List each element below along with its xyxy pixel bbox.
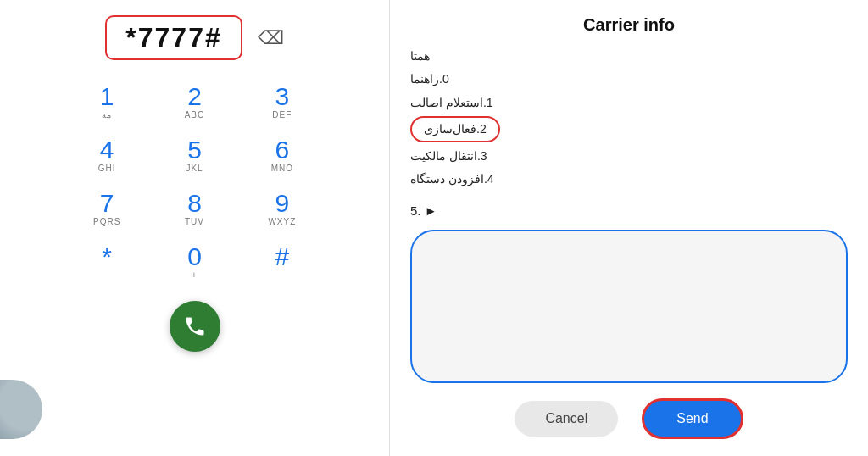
backspace-button[interactable]: ⌫ xyxy=(258,27,284,49)
dial-key-1[interactable]: 1 مه xyxy=(76,79,138,125)
dial-key-8[interactable]: 8 TUV xyxy=(164,186,225,232)
send-button[interactable]: Send xyxy=(642,398,743,439)
carrier-menu-item-1: 1.استعلام اصالت xyxy=(410,93,493,112)
dial-grid: 1 مه 2 ABC 3 DEF 4 GHI 5 JKL 6 MNO 7 PQR… xyxy=(76,79,314,286)
dial-num-6: 6 xyxy=(275,136,289,164)
dial-key-hash[interactable]: # xyxy=(251,239,313,286)
dial-key-7[interactable]: 7 PQRS xyxy=(76,186,138,232)
carrier-buttons: Cancel Send xyxy=(410,398,848,439)
dial-num-2: 2 xyxy=(187,82,202,110)
dial-num-star: * xyxy=(102,242,112,270)
carrier-panel: Carrier info همتا 0.راهنما 1.استعلام اصا… xyxy=(390,0,868,456)
carrier-menu-item-4: 4.افزودن دستگاه xyxy=(410,170,494,188)
dial-sub-3: DEF xyxy=(272,110,292,122)
dial-sub-1: مه xyxy=(102,110,112,122)
carrier-title: Carrier info xyxy=(410,15,848,35)
dial-key-5[interactable]: 5 JKL xyxy=(164,132,225,179)
dial-sub-8: TUV xyxy=(185,217,204,229)
dial-num-hash: # xyxy=(275,242,289,270)
dial-num-5: 5 xyxy=(187,136,202,164)
call-button[interactable] xyxy=(170,301,220,352)
carrier-prompt-label: 5. ► xyxy=(410,203,437,218)
dial-sub-9: WXYZ xyxy=(268,217,296,229)
dial-num-0: 0 xyxy=(187,242,202,270)
dial-num-4: 4 xyxy=(100,136,114,164)
dial-key-6[interactable]: 6 MNO xyxy=(251,132,313,179)
dial-num-3: 3 xyxy=(275,82,289,110)
carrier-menu-item-2: 2.فعال‌سازی xyxy=(410,116,500,142)
carrier-menu-item-3: 3.انتقال مالکیت xyxy=(410,147,487,165)
dialer-panel: *7777# ⌫ 1 مه 2 ABC 3 DEF 4 GHI 5 JKL 6 … xyxy=(0,0,390,456)
dial-sub-4: GHI xyxy=(98,164,116,175)
dial-sub-0: + xyxy=(192,270,198,282)
dial-key-star[interactable]: * xyxy=(76,239,138,286)
dialer-display-row: *7777# ⌫ xyxy=(17,15,372,60)
avatar-partial xyxy=(0,380,42,439)
phone-icon xyxy=(183,314,207,338)
carrier-menu-item-0: 0.راهنما xyxy=(410,70,449,88)
dial-num-7: 7 xyxy=(100,189,114,217)
dial-num-1: 1 xyxy=(100,82,114,110)
cancel-button[interactable]: Cancel xyxy=(515,401,618,437)
dial-num-8: 8 xyxy=(187,189,202,217)
carrier-menu: همتا 0.راهنما 1.استعلام اصالت 2.فعال‌ساز… xyxy=(410,47,848,188)
dial-sub-5: JKL xyxy=(186,164,203,175)
dial-key-3[interactable]: 3 DEF xyxy=(251,79,313,125)
carrier-input[interactable] xyxy=(410,230,848,383)
dial-num-9: 9 xyxy=(275,189,289,217)
dial-key-0[interactable]: 0 + xyxy=(164,239,225,286)
dial-sub-7: PQRS xyxy=(93,217,120,229)
dial-sub-2: ABC xyxy=(185,110,205,122)
dial-key-2[interactable]: 2 ABC xyxy=(164,79,225,125)
carrier-prompt-row: 5. ► xyxy=(410,203,848,218)
dialer-display: *7777# xyxy=(105,15,242,60)
carrier-menu-item-hamta: همتا xyxy=(410,47,430,65)
dial-key-4[interactable]: 4 GHI xyxy=(76,132,138,179)
dial-key-9[interactable]: 9 WXYZ xyxy=(251,186,313,232)
dial-sub-6: MNO xyxy=(271,164,293,175)
dialer-bottom-row xyxy=(76,301,314,352)
